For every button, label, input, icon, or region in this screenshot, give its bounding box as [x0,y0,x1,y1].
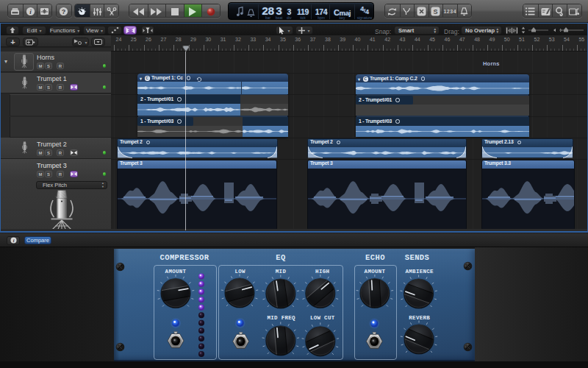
svg-text:S: S [434,8,438,15]
svg-text:?: ? [62,8,66,15]
svg-text:i: i [12,238,14,243]
